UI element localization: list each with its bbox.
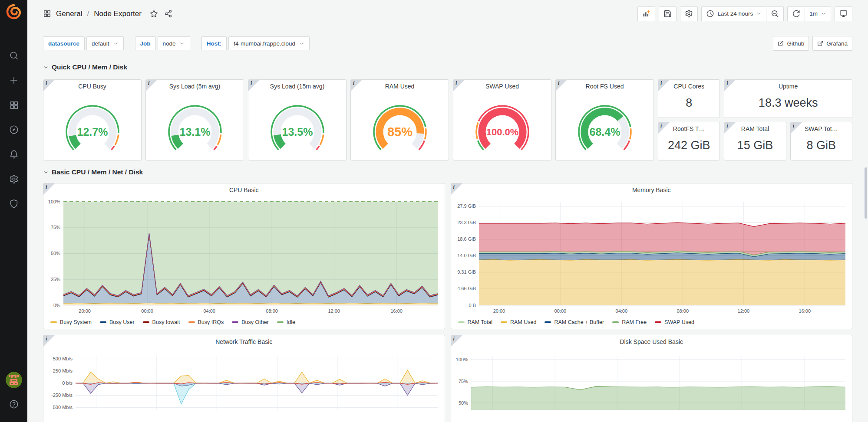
zoom-out-icon — [771, 10, 779, 18]
panel-info-icon[interactable]: i — [451, 335, 462, 347]
panel-info-icon[interactable]: i — [724, 122, 736, 134]
help-icon[interactable] — [9, 399, 19, 409]
dashboards-grid-icon[interactable] — [9, 100, 19, 110]
svg-text:04:00: 04:00 — [203, 308, 215, 314]
section-basic-cpu-mem-net-disk[interactable]: Basic CPU / Mem / Net / Disk — [43, 168, 852, 176]
svg-text:25%: 25% — [51, 277, 60, 282]
scrollbar-thumb[interactable] — [865, 167, 867, 219]
panel-info-icon[interactable]: i — [248, 80, 260, 91]
variable-label-datasource: datasource — [43, 36, 85, 50]
legend-item[interactable]: Idle — [277, 319, 295, 325]
time-range-picker[interactable]: Last 24 hours — [701, 7, 766, 21]
network-traffic-chart: 500 Mb/s250 Mb/s0 b/s-250 Mb/s-500 Mb/s — [43, 347, 445, 422]
share-icon[interactable] — [164, 10, 172, 18]
panel-info-icon[interactable]: i — [43, 335, 55, 347]
svg-text:27.9 GiB: 27.9 GiB — [457, 203, 476, 209]
legend-item[interactable]: Busy IRQs — [188, 319, 224, 325]
stat-value: 18.3 weeks — [724, 92, 852, 118]
gauge-sys-load-15m: 13.5% — [248, 92, 346, 160]
alerting-bell-icon[interactable] — [9, 150, 19, 159]
link-label: Github — [787, 40, 804, 47]
legend-item[interactable]: RAM Used — [501, 319, 536, 325]
dashboard-title[interactable]: Node Exporter — [94, 10, 142, 18]
panel-title[interactable]: Root FS Used — [556, 83, 653, 92]
add-panel-button[interactable] — [637, 7, 655, 21]
panel-title[interactable]: RAM Used — [351, 83, 449, 92]
save-dashboard-button[interactable] — [659, 7, 677, 21]
variable-value-datasource[interactable]: default — [86, 36, 124, 50]
panel-title[interactable]: Sys Load (15m avg) — [248, 83, 346, 92]
explore-compass-icon[interactable] — [9, 125, 19, 134]
svg-text:100%: 100% — [455, 357, 468, 362]
panel-title[interactable]: Disk Space Used Basic — [451, 338, 852, 347]
panel-title[interactable]: Uptime — [724, 83, 852, 92]
panel-title[interactable]: SWAP Used — [453, 83, 551, 92]
dashboard-settings-button[interactable] — [680, 7, 698, 21]
panel-info-icon[interactable]: i — [658, 80, 670, 91]
panel-info-icon[interactable]: i — [453, 80, 465, 91]
variable-value-job[interactable]: node — [158, 36, 190, 50]
legend-item[interactable]: RAM Cache + Buffer — [545, 319, 604, 325]
plus-icon[interactable] — [9, 75, 19, 85]
variables-row: datasource default Job node Host: f4-mum… — [43, 36, 852, 50]
panel-cpu-cores: i CPU Cores 8 — [658, 79, 720, 118]
gauge-sys-load-5m: 13.1% — [146, 92, 244, 160]
svg-text:68.4%: 68.4% — [589, 126, 620, 138]
panel-title[interactable]: Network Traffic Basic — [43, 338, 445, 347]
svg-text:20:00: 20:00 — [79, 308, 91, 314]
grafana-link-button[interactable]: Grafana — [812, 36, 852, 51]
svg-text:9.31 GiB: 9.31 GiB — [457, 269, 476, 275]
svg-text:50%: 50% — [458, 400, 468, 406]
panel-sys-load-15m: i Sys Load (15m avg) 13.5% — [248, 79, 347, 160]
variable-value-host[interactable]: f4-mumbai.frappe.cloud — [228, 36, 310, 50]
section-quick-cpu-mem-disk[interactable]: Quick CPU / Mem / Disk — [43, 63, 852, 71]
legend-item[interactable]: Busy Other — [232, 319, 269, 325]
panel-info-icon[interactable]: i — [43, 183, 55, 195]
legend-item[interactable]: Busy Iowait — [143, 319, 180, 325]
legend-item[interactable]: Busy User — [100, 319, 135, 325]
star-icon[interactable] — [150, 10, 158, 18]
panel-swap-total: i SWAP Tot… 8 GiB — [790, 122, 852, 160]
variable-value-text: default — [92, 40, 109, 47]
legend-item[interactable]: Busy System — [50, 319, 92, 325]
panel-info-icon[interactable]: i — [451, 183, 462, 195]
svg-text:18.6 GiB: 18.6 GiB — [457, 236, 476, 242]
panel-disk-space-used-basic: i Disk Space Used Basic 100%75%50% — [451, 335, 853, 422]
panel-info-icon[interactable]: i — [791, 122, 802, 134]
panel-title[interactable]: Sys Load (5m avg) — [146, 83, 244, 92]
grafana-logo-icon[interactable] — [5, 3, 23, 20]
section-title: Basic CPU / Mem / Net / Disk — [52, 168, 143, 176]
legend-item[interactable]: SWAP Used — [655, 319, 694, 325]
zoom-out-button[interactable] — [766, 7, 784, 21]
svg-text:85%: 85% — [387, 125, 412, 139]
panel-info-icon[interactable]: i — [658, 122, 670, 134]
legend-item[interactable]: RAM Total — [458, 319, 492, 325]
github-link-button[interactable]: Github — [773, 36, 809, 51]
legend-item[interactable]: RAM Free — [612, 319, 647, 325]
breadcrumb-section[interactable]: General — [56, 10, 82, 18]
refresh-button[interactable] — [787, 7, 805, 21]
user-avatar[interactable] — [6, 372, 22, 388]
panel-info-icon[interactable]: i — [351, 80, 362, 91]
server-admin-shield-icon[interactable] — [9, 199, 19, 209]
configuration-gear-icon[interactable] — [9, 174, 19, 184]
panel-info-icon[interactable]: i — [43, 80, 55, 91]
panel-title[interactable]: CPU Basic — [43, 186, 445, 196]
svg-text:08:00: 08:00 — [266, 308, 278, 314]
svg-text:100%: 100% — [48, 199, 60, 204]
clock-icon — [706, 10, 714, 18]
panel-info-icon[interactable]: i — [556, 80, 567, 91]
panel-title[interactable]: CPU Busy — [43, 83, 141, 92]
top-navbar: General / Node Exporter — [43, 0, 852, 27]
refresh-interval-picker[interactable]: 1m — [805, 7, 831, 21]
chevron-down-icon — [299, 41, 304, 46]
panel-info-icon[interactable]: i — [146, 80, 157, 91]
cpu-basic-chart: 20:0000:0004:0008:0012:0016:00100%75%50%… — [43, 196, 445, 316]
panel-title[interactable]: Memory Basic — [451, 186, 852, 196]
disk-space-chart: 100%75%50% — [451, 347, 852, 422]
kiosk-mode-button[interactable] — [835, 7, 852, 21]
search-icon[interactable] — [9, 51, 19, 60]
svg-text:4.66 GiB: 4.66 GiB — [457, 286, 476, 291]
stat-value: 242 GiB — [658, 134, 719, 160]
panel-info-icon[interactable]: i — [724, 80, 736, 91]
